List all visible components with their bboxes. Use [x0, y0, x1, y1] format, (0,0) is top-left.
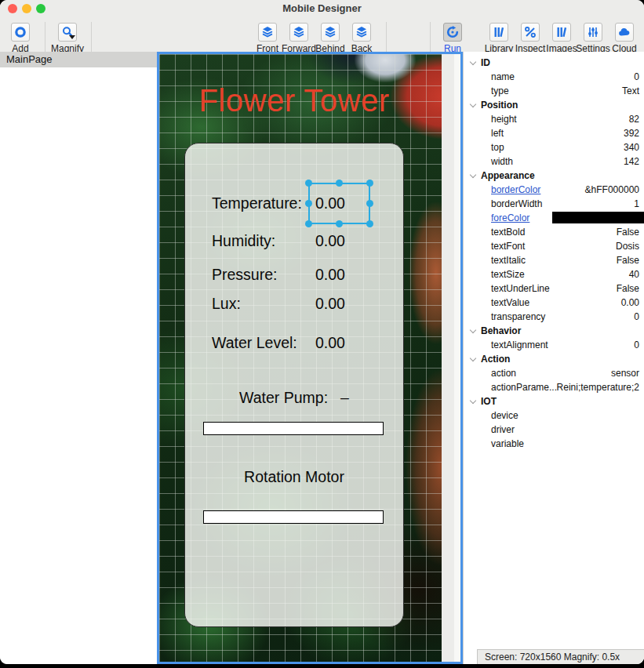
property-row[interactable]: driver: [464, 423, 644, 437]
layers-front-icon: [261, 26, 274, 38]
chevron-down-icon: [470, 355, 476, 361]
property-row[interactable]: textValue 0.00: [464, 296, 644, 310]
section-header-iot[interactable]: IOT: [464, 394, 644, 408]
toolbar-separator: [91, 22, 92, 52]
section-header-appearance[interactable]: Appearance: [464, 169, 644, 183]
rotation-motor-row[interactable]: Rotation Motor: [185, 468, 403, 486]
property-row[interactable]: device: [464, 408, 644, 423]
property-inspector: ID name 0 type Text Position height 82 l…: [463, 52, 644, 664]
property-row-forecolor[interactable]: foreColor: [464, 211, 644, 225]
selection-box[interactable]: [308, 183, 370, 224]
back-button[interactable]: Back: [337, 23, 387, 54]
selection-handle[interactable]: [366, 220, 373, 227]
section-header-action[interactable]: Action: [464, 352, 644, 366]
selection-handle[interactable]: [305, 200, 312, 207]
selection-handle[interactable]: [305, 220, 312, 227]
selection-handle[interactable]: [305, 180, 312, 187]
magnify-button[interactable]: Magnify: [42, 23, 93, 54]
design-canvas[interactable]: Flower Tower Temperature: 0.00 Humidity:…: [157, 52, 463, 664]
status-bar: Screen: 720x1560 Magnify: 0.5x: [477, 649, 644, 664]
chevron-down-icon: [470, 327, 476, 333]
water-pump-label: Water Pump:: [239, 389, 328, 407]
page-item-mainpage[interactable]: MainPage: [0, 52, 157, 67]
property-row[interactable]: height 82: [464, 112, 644, 126]
property-row[interactable]: textUnderLine False: [464, 281, 644, 296]
toolbar: Add Magnify Front Forward: [0, 17, 644, 52]
chevron-down-icon: [470, 101, 476, 107]
layers-behind-icon: [324, 26, 337, 38]
property-row[interactable]: action sensor: [464, 366, 644, 380]
property-row[interactable]: type Text: [464, 84, 644, 98]
property-row[interactable]: name 0: [464, 70, 644, 84]
canvas-scrollbar-track[interactable]: [442, 54, 460, 662]
property-row[interactable]: textItalic False: [464, 253, 644, 267]
cloud-icon: [618, 26, 631, 38]
app-window: Mobile Designer Add Magnify Front: [0, 0, 644, 664]
chevron-down-icon: [470, 59, 476, 65]
layers-forward-icon: [293, 26, 305, 38]
settings-icon: [587, 26, 599, 38]
property-row-bordercolor[interactable]: borderColor &hFF000000: [464, 183, 644, 197]
selection-handle[interactable]: [336, 220, 343, 227]
property-row[interactable]: transparency 0: [464, 310, 644, 324]
window-title: Mobile Designer: [0, 2, 644, 14]
water-pump-value[interactable]: –: [340, 389, 349, 407]
selection-handle[interactable]: [336, 180, 343, 187]
add-button[interactable]: Add: [0, 23, 45, 54]
pages-panel: MainPage: [0, 52, 157, 664]
cloud-button[interactable]: Cloud: [599, 23, 644, 54]
run-icon: [446, 26, 459, 38]
sensor-label: Lux:: [212, 295, 241, 313]
library-icon: [493, 26, 505, 38]
add-icon: [14, 26, 27, 38]
sensor-value[interactable]: 0.00: [315, 232, 345, 250]
property-row[interactable]: variable: [464, 437, 644, 451]
images-icon: [555, 26, 568, 38]
selection-handle[interactable]: [366, 180, 373, 187]
status-text: Screen: 720x1560 Magnify: 0.5x: [485, 652, 620, 663]
property-row[interactable]: textSize 40: [464, 267, 644, 281]
section-header-position[interactable]: Position: [464, 98, 644, 112]
layers-back-icon: [355, 26, 368, 38]
property-row[interactable]: left 392: [464, 126, 644, 140]
rotation-motor-label: Rotation Motor: [244, 468, 344, 486]
water-pump-input[interactable]: [203, 422, 384, 435]
property-row[interactable]: borderWidth 1: [464, 197, 644, 211]
phone-screen-preview[interactable]: Flower Tower Temperature: 0.00 Humidity:…: [159, 54, 442, 662]
water-pump-row[interactable]: Water Pump: –: [185, 389, 403, 407]
chevron-down-icon: [470, 172, 476, 178]
toolbar-separator: [386, 22, 387, 52]
forecolor-swatch[interactable]: [552, 212, 644, 223]
property-row[interactable]: textBold False: [464, 225, 644, 239]
property-row[interactable]: actionParame... Reini;temperature;2: [464, 380, 644, 394]
section-header-id[interactable]: ID: [464, 56, 644, 70]
magnify-dropdown-arrow-icon: [69, 35, 75, 39]
sensor-label: Humidity:: [212, 232, 275, 250]
run-button[interactable]: Run: [428, 23, 478, 54]
property-row[interactable]: width 142: [464, 154, 644, 169]
property-row[interactable]: textFont Dosis: [464, 239, 644, 253]
chevron-down-icon: [470, 398, 476, 404]
sensor-value[interactable]: 0.00: [315, 295, 345, 313]
inspect-icon: [524, 26, 537, 38]
section-header-behavior[interactable]: Behavior: [464, 324, 644, 338]
title-bar: Mobile Designer: [0, 0, 644, 17]
sensor-value[interactable]: 0.00: [315, 334, 345, 352]
selection-handle[interactable]: [366, 200, 373, 207]
rotation-motor-input[interactable]: [203, 510, 384, 524]
sensor-panel[interactable]: Temperature: 0.00 Humidity: 0.00 Pressur…: [184, 143, 404, 627]
sensor-label: Water Level:: [212, 334, 297, 352]
property-row[interactable]: textAlignment 0: [464, 338, 644, 352]
sensor-label: Temperature:: [212, 194, 302, 212]
canvas-app-title[interactable]: Flower Tower: [159, 83, 435, 118]
sensor-value[interactable]: 0.00: [315, 266, 345, 284]
property-row[interactable]: top 340: [464, 140, 644, 154]
sensor-label: Pressure:: [212, 266, 277, 284]
